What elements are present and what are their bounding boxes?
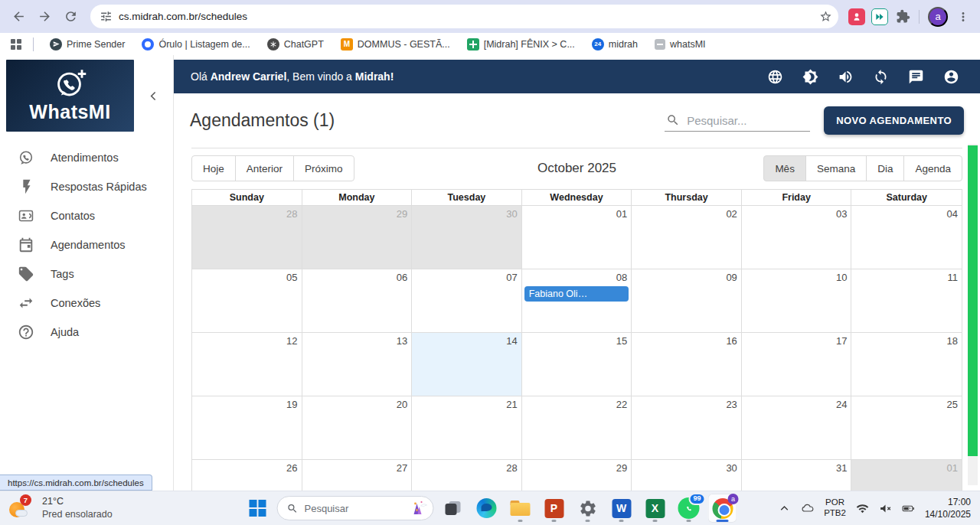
word-button[interactable] [607,494,636,523]
view-agenda-button[interactable]: Agenda [903,155,962,181]
wifi-button[interactable] [856,502,869,515]
whatsapp-button[interactable]: 99 [675,494,704,523]
bookmark-dommus[interactable]: MDOMMUS - GESTÃ... [336,37,455,52]
profile-avatar[interactable]: a [928,7,948,27]
sidebar-item-respostas-rapidas[interactable]: Respostas Rápidas [0,172,173,201]
calendar-day-cell[interactable]: 29 [522,460,632,492]
sidebar-item-contatos[interactable]: Contatos [0,201,173,230]
onedrive-button[interactable] [801,502,814,515]
calendar-day-cell[interactable]: 28 [192,206,302,269]
calendar-day-cell[interactable]: 10 [742,269,852,333]
taskbar-search[interactable] [277,496,434,520]
calendar-day-cell[interactable]: 21 [412,396,522,460]
forward-button[interactable] [32,5,57,29]
bookmark-prime-sender[interactable]: Prime Sender [45,37,129,52]
calendar-day-cell[interactable]: 20 [302,396,413,460]
view-month-button[interactable]: Mês [763,155,806,181]
calendar-day-cell[interactable]: 13 [302,333,413,396]
extension-play-button[interactable] [869,6,890,28]
back-button[interactable] [6,5,31,29]
battery-button[interactable] [902,502,915,515]
volume-icon[interactable] [838,69,854,85]
calendar-day-cell[interactable]: 06 [302,269,413,333]
sidebar-item-ajuda[interactable]: Ajuda [0,318,173,347]
globe-icon[interactable] [767,69,783,85]
next-button[interactable]: Próximo [293,155,354,181]
calendar-day-cell[interactable]: 01 [851,460,962,492]
calendar-day-cell[interactable]: 07 [412,269,522,333]
bookmark-chatgpt[interactable]: ChatGPT [263,37,328,52]
calendar-day-cell[interactable]: 01 [522,206,632,269]
calendar-day-cell[interactable]: 04 [851,206,962,269]
calendar-day-cell[interactable]: 03 [742,206,852,269]
calendar-day-cell[interactable]: 12 [192,333,302,396]
bookmark-midrah[interactable]: 24midrah [587,37,642,52]
calendar-day-cell[interactable]: 30 [632,460,742,492]
calendar-day-cell[interactable]: 02 [632,206,742,269]
calendar-day-cell[interactable]: 31 [742,460,852,492]
calendar-day-cell[interactable]: 30 [412,206,522,269]
calendar-day-cell[interactable]: 19 [192,396,302,460]
extension-pin-button[interactable] [846,6,867,28]
calendar-day-cell[interactable]: 26 [192,460,302,492]
weather-widget[interactable]: 7 21°C Pred ensolarado [0,495,176,521]
bookmark-orulo[interactable]: Órulo | Listagem de... [137,37,254,52]
file-explorer-button[interactable] [506,494,535,523]
sidebar-item-atendimentos[interactable]: Atendimentos [0,143,173,172]
scrollbar-thumb[interactable] [968,145,978,456]
volume-muted-button[interactable] [879,502,892,515]
search-box[interactable] [665,109,810,132]
calendar-day-cell[interactable]: 18 [851,333,962,396]
start-button[interactable] [243,494,273,523]
calendar-day-cell[interactable]: 28 [412,460,522,492]
bookmark-star-icon[interactable] [819,10,832,23]
bookmark-whatsmi[interactable]: whatsMI [650,38,710,51]
search-input[interactable] [687,114,798,127]
taskbar-search-input[interactable] [305,503,403,514]
sidebar-item-agendamentos[interactable]: Agendamentos [0,230,173,259]
address-bar[interactable]: cs.midrah.com.br/schedules [90,5,838,28]
bookmark-midrah-fenix[interactable]: [Midrah] FÊNIX > C... [462,37,580,52]
reload-button[interactable] [58,5,83,29]
calendar-day-cell[interactable]: 17 [742,333,852,396]
excel-button[interactable] [641,494,670,523]
calendar-day-cell[interactable]: 15 [522,333,632,396]
theme-icon[interactable] [802,69,818,85]
calendar-day-cell[interactable]: 16 [632,333,742,396]
calendar-day-cell[interactable]: 14 [412,333,522,396]
sidebar-item-conexoes[interactable]: Conexões [0,289,173,318]
view-day-button[interactable]: Dia [866,155,904,181]
chat-icon[interactable] [908,69,924,85]
today-button[interactable]: Hoje [191,155,236,181]
calendar-day-cell[interactable]: 09 [632,269,742,333]
calendar-day-cell[interactable]: 08Fabiano Oli… [522,269,632,333]
url-text[interactable]: cs.midrah.com.br/schedules [119,11,813,22]
powerpoint-button[interactable] [540,494,569,523]
settings-button[interactable] [573,494,603,523]
calendar-day-cell[interactable]: 22 [522,396,632,460]
calendar-day-cell[interactable]: 05 [192,269,302,333]
calendar-day-cell[interactable]: 23 [632,396,742,460]
view-week-button[interactable]: Semana [805,155,867,181]
edge-app-button[interactable] [472,494,501,523]
apps-grid-icon[interactable] [11,39,21,50]
sidebar-item-tags[interactable]: Tags [0,259,173,289]
new-appointment-button[interactable]: NOVO AGENDAMENTO [824,106,964,135]
tray-chevron-button[interactable] [778,502,791,515]
chrome-button[interactable]: a [708,494,737,523]
account-icon[interactable] [943,69,959,85]
calendar-day-cell[interactable]: 24 [742,396,852,460]
menu-button[interactable] [952,6,974,28]
language-indicator[interactable]: POR PTB2 [824,497,846,519]
calendar-day-cell[interactable]: 27 [302,460,413,492]
clock[interactable]: 17:00 14/10/2025 [925,496,971,520]
calendar-event[interactable]: Fabiano Oli… [524,286,629,302]
calendar-day-cell[interactable]: 11 [851,269,962,333]
site-settings-icon[interactable] [100,10,113,23]
task-view-button[interactable] [439,494,468,523]
prev-button[interactable]: Anterior [235,155,294,181]
calendar-day-cell[interactable]: 29 [302,206,413,269]
sidebar-collapse-button[interactable] [134,90,173,103]
sync-icon[interactable] [873,69,889,85]
calendar-day-cell[interactable]: 25 [851,396,962,460]
